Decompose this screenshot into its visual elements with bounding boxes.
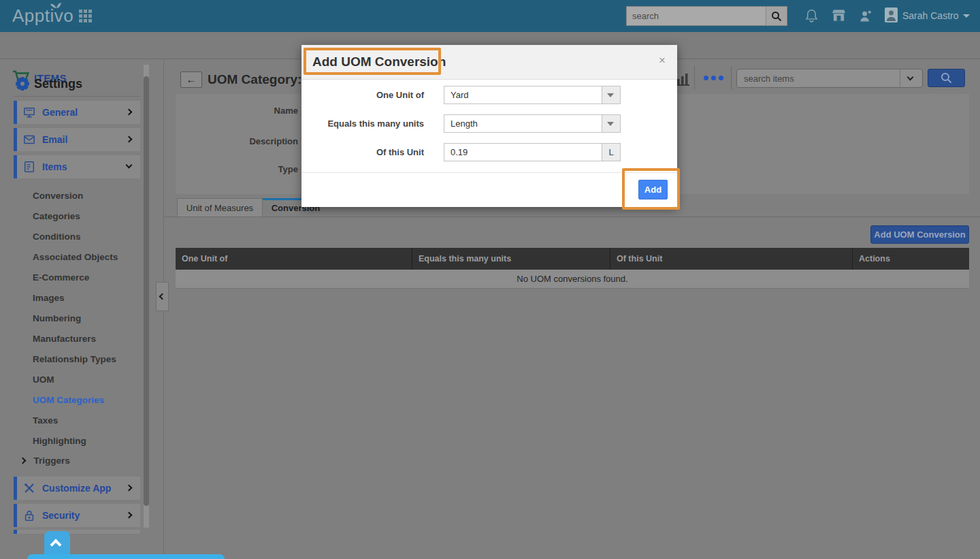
sidebar-item-e-commerce[interactable]: E-Commerce bbox=[33, 268, 142, 288]
sidebar-item-items[interactable]: Items bbox=[14, 155, 140, 178]
chevron-down-icon bbox=[126, 162, 133, 169]
column-header-of-this-unit: Of this Unit bbox=[610, 248, 853, 270]
tab-unit-of-measures[interactable]: Unit of Measures bbox=[177, 198, 263, 217]
field-row-of-this-unit: Of this Unit L bbox=[301, 143, 677, 161]
global-search-input[interactable] bbox=[626, 6, 766, 26]
top-bar: Apptivo Sarah Castro bbox=[0, 0, 980, 32]
sidebar-item-partial bbox=[14, 530, 140, 534]
sidebar-item-categories[interactable]: Categories bbox=[33, 206, 142, 227]
sidebar-item-numbering[interactable]: Numbering bbox=[33, 308, 142, 329]
tools-icon bbox=[23, 482, 35, 494]
sidebar-item-relationship-types[interactable]: Relationship Types bbox=[33, 349, 142, 370]
of-this-unit-field: L bbox=[444, 143, 621, 161]
back-button[interactable]: ← bbox=[180, 71, 202, 88]
more-options-icon[interactable] bbox=[704, 76, 723, 80]
chevron-right-icon bbox=[126, 485, 133, 492]
user-avatar[interactable] bbox=[885, 7, 900, 24]
sidebar-item-uom[interactable]: UOM bbox=[33, 370, 142, 390]
name-label: Name bbox=[176, 106, 298, 116]
search-options-dropdown[interactable] bbox=[900, 69, 922, 87]
add-uom-conversion-button[interactable]: Add UOM Conversion bbox=[870, 225, 969, 244]
sidebar-item-customize-app[interactable]: Customize App bbox=[14, 477, 140, 500]
collapse-sidebar-button[interactable] bbox=[156, 282, 169, 311]
caret-down-icon bbox=[607, 122, 614, 126]
settings-heading: Settings bbox=[34, 77, 82, 91]
chevron-right-icon bbox=[20, 458, 27, 464]
select-arrow-button[interactable] bbox=[602, 86, 620, 103]
global-search bbox=[626, 6, 787, 26]
sidebar-item-conversion[interactable]: Conversion bbox=[33, 186, 142, 206]
sidebar-item-manufacturers[interactable]: Manufacturers bbox=[33, 329, 142, 349]
select-arrow-button[interactable] bbox=[602, 115, 620, 132]
items-search-button[interactable] bbox=[928, 69, 965, 87]
sidebar-item-email[interactable]: Email bbox=[14, 128, 140, 151]
feedback-bar[interactable] bbox=[27, 554, 225, 559]
modal-title: Add UOM Conversion bbox=[312, 54, 446, 69]
close-icon[interactable]: × bbox=[659, 54, 666, 66]
caret-down-icon bbox=[607, 93, 614, 97]
page-title: UOM Category: M bbox=[208, 72, 316, 87]
settings-gear-icon bbox=[14, 75, 31, 93]
sidebar-item-uom-categories[interactable]: UOM Categories bbox=[33, 390, 142, 411]
add-uom-conversion-modal: Add UOM Conversion × One Unit of Yard Eq… bbox=[301, 45, 677, 207]
monitor-icon bbox=[23, 106, 35, 118]
modal-add-button[interactable]: Add bbox=[638, 180, 668, 199]
sidebar-scrollbar-thumb[interactable] bbox=[144, 76, 149, 506]
chevron-left-icon bbox=[159, 293, 166, 300]
empty-table-row: No UOM conversions found. bbox=[176, 270, 969, 289]
divider bbox=[301, 172, 677, 173]
divider bbox=[694, 66, 695, 89]
scroll-to-top-button[interactable] bbox=[44, 531, 70, 556]
referral-person-icon[interactable] bbox=[859, 8, 874, 25]
apptivo-logo[interactable]: Apptivo bbox=[12, 5, 74, 27]
apptivo-app: Apptivo Sarah Castro bbox=[0, 0, 980, 559]
store-icon[interactable] bbox=[832, 8, 847, 25]
of-this-unit-input[interactable] bbox=[444, 144, 602, 161]
divider bbox=[164, 217, 980, 217]
field-row-equals-this-many-units: Equals this many units Length bbox=[301, 114, 677, 133]
sidebar-item-conditions[interactable]: Conditions bbox=[33, 227, 142, 247]
leaf-icon bbox=[50, 1, 63, 10]
user-menu[interactable]: Sarah Castro bbox=[902, 10, 958, 21]
items-search bbox=[736, 69, 923, 88]
column-header-one-unit-of: One Unit of bbox=[176, 248, 412, 270]
description-label: Description bbox=[176, 136, 298, 146]
divider bbox=[731, 66, 732, 89]
chevron-right-icon bbox=[126, 512, 133, 519]
global-search-button[interactable] bbox=[766, 6, 787, 26]
notifications-bell-icon[interactable] bbox=[804, 8, 819, 25]
type-label: Type bbox=[176, 164, 298, 174]
conversion-table-header: One Unit of Equals this many units Of th… bbox=[176, 248, 969, 270]
document-icon bbox=[23, 161, 35, 173]
app-launcher-icon[interactable] bbox=[79, 10, 93, 23]
sidebar-item-triggers[interactable]: Triggers bbox=[20, 450, 70, 470]
sidebar-item-general[interactable]: General bbox=[14, 101, 140, 124]
user-caret-down-icon bbox=[963, 14, 970, 18]
sidebar-item-taxes[interactable]: Taxes bbox=[33, 411, 142, 431]
field-row-one-unit-of: One Unit of Yard bbox=[301, 86, 677, 104]
column-header-actions: Actions bbox=[853, 248, 969, 270]
chevron-right-icon bbox=[126, 109, 133, 116]
one-unit-of-select[interactable]: Yard bbox=[444, 86, 621, 104]
sidebar-item-highlighting[interactable]: Highlighting bbox=[33, 431, 142, 451]
sidebar-item-images[interactable]: Images bbox=[33, 288, 142, 308]
items-search-input[interactable] bbox=[737, 69, 899, 87]
sidebar-item-security[interactable]: Security bbox=[14, 504, 140, 527]
equals-this-many-units-select[interactable]: Length bbox=[444, 114, 621, 133]
sidebar-item-associated-objects[interactable]: Associated Objects bbox=[33, 247, 142, 268]
modal-header: Add UOM Conversion × bbox=[301, 45, 677, 80]
envelope-icon bbox=[23, 133, 35, 146]
lock-icon bbox=[23, 509, 35, 522]
chevron-right-icon bbox=[126, 136, 133, 143]
unit-suffix-badge: L bbox=[602, 144, 620, 161]
column-header-equals-this-many-units: Equals this many units bbox=[412, 248, 610, 270]
chevron-up-icon bbox=[50, 539, 62, 551]
divider bbox=[14, 96, 140, 97]
